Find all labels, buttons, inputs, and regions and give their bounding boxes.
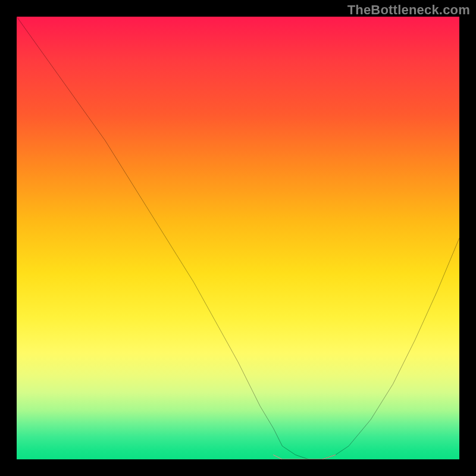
bottleneck-curve [17, 17, 459, 459]
chart-svg [17, 17, 459, 459]
plot-area [17, 17, 459, 459]
optimal-zone-marker [274, 455, 336, 459]
watermark-text: TheBottleneck.com [347, 2, 470, 18]
chart-container: TheBottleneck.com [0, 0, 476, 476]
